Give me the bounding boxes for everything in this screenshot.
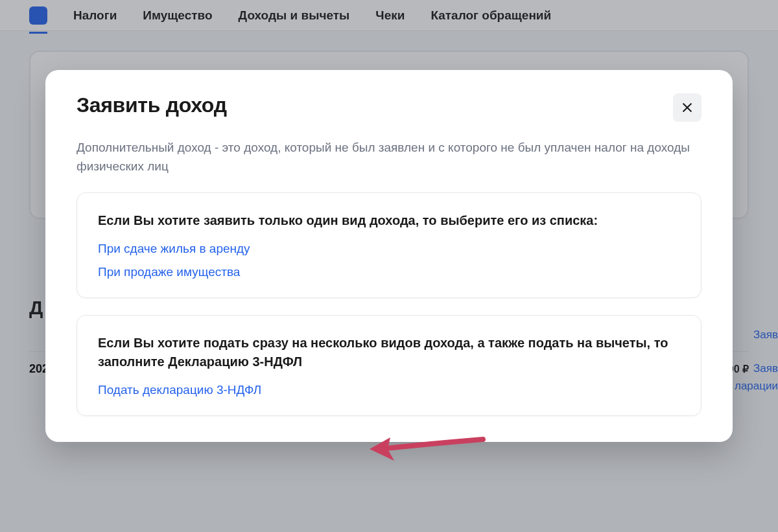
option-card-title: Если Вы хотите заявить только один вид д… (98, 211, 680, 230)
option-card-title: Если Вы хотите подать сразу на несколько… (98, 334, 680, 371)
modal-title: Заявить доход (77, 93, 227, 117)
modal-overlay: Заявить доход Дополнительный доход - это… (0, 0, 778, 532)
close-button[interactable] (673, 93, 701, 122)
annotation-arrow-icon (363, 430, 493, 468)
link-submit-3ndfl[interactable]: Подать декларацию 3-НДФЛ (98, 383, 680, 397)
option-card-single-income: Если Вы хотите заявить только один вид д… (77, 192, 701, 298)
link-sale-income[interactable]: При продаже имущества (98, 265, 680, 279)
modal-header: Заявить доход (77, 93, 701, 122)
modal-description: Дополнительный доход - это доход, которы… (77, 139, 701, 176)
link-rent-income[interactable]: При сдаче жилья в аренду (98, 242, 680, 256)
declare-income-modal: Заявить доход Дополнительный доход - это… (45, 70, 733, 442)
option-card-multiple-income: Если Вы хотите подать сразу на несколько… (77, 315, 701, 416)
close-icon (681, 101, 694, 114)
